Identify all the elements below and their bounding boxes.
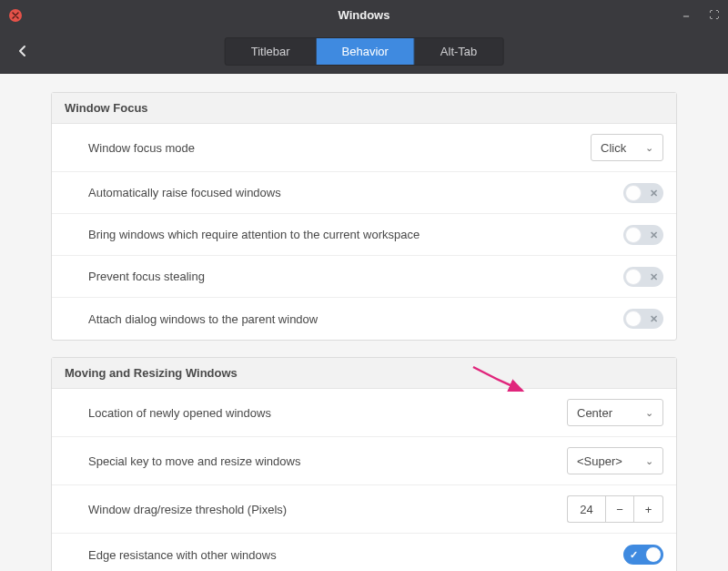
panel-moving-resizing: Moving and Resizing Windows Location of …	[51, 357, 677, 571]
window-controls: － ⛶	[680, 0, 719, 30]
row-drag-threshold: Window drag/resize threshold (Pixels) 24…	[52, 485, 676, 534]
chevron-down-icon: ⌄	[645, 142, 653, 154]
row-focus-mode: Window focus mode Click ⌄	[52, 124, 676, 172]
row-new-window-location: Location of newly opened windows Center …	[52, 389, 676, 437]
dropdown-value: <Super>	[577, 454, 622, 468]
toggle-attach-dialog[interactable]: ✕	[623, 309, 663, 329]
toggle-on-icon: ✓	[630, 549, 638, 561]
dropdown-value: Center	[577, 406, 612, 420]
row-attach-dialog: Attach dialog windows to the parent wind…	[52, 298, 676, 340]
toggle-off-icon: ✕	[650, 187, 658, 199]
stepper-drag-threshold: 24 − +	[567, 495, 663, 523]
row-edge-resistance: Edge resistance with other windows ✓	[52, 534, 676, 571]
dropdown-new-window-location[interactable]: Center ⌄	[567, 399, 663, 426]
panel-header: Window Focus	[52, 93, 676, 124]
toggle-off-icon: ✕	[650, 229, 658, 240]
row-label: Location of newly opened windows	[88, 406, 271, 420]
row-attention-workspace: Bring windows which require attention to…	[52, 214, 676, 256]
row-label: Edge resistance with other windows	[88, 548, 277, 562]
window-title: Windows	[0, 8, 728, 22]
toggle-prevent-steal[interactable]: ✕	[623, 267, 663, 287]
row-label: Prevent focus stealing	[88, 270, 205, 283]
toggle-knob	[625, 185, 642, 201]
dropdown-special-key[interactable]: <Super> ⌄	[567, 447, 663, 474]
header-bar: Titlebar Behavior Alt-Tab	[0, 30, 728, 74]
row-label: Attach dialog windows to the parent wind…	[88, 312, 318, 326]
row-prevent-steal: Prevent focus stealing ✕	[52, 256, 676, 298]
tab-behavior[interactable]: Behavior	[317, 38, 415, 65]
panel-window-focus: Window Focus Window focus mode Click ⌄ A…	[51, 92, 677, 341]
toggle-knob	[645, 546, 662, 563]
chevron-down-icon: ⌄	[645, 455, 653, 467]
stepper-value[interactable]: 24	[567, 495, 605, 523]
toggle-knob	[625, 311, 642, 327]
toggle-knob	[625, 227, 642, 243]
stepper-decrement[interactable]: −	[605, 495, 634, 523]
window-titlebar: Windows － ⛶	[0, 0, 728, 30]
dropdown-focus-mode[interactable]: Click ⌄	[591, 134, 663, 161]
row-label: Window focus mode	[88, 141, 195, 155]
back-button[interactable]	[16, 41, 29, 62]
panel-header: Moving and Resizing Windows	[52, 358, 676, 389]
toggle-edge-resistance[interactable]: ✓	[623, 545, 663, 565]
dropdown-value: Click	[601, 141, 626, 155]
toggle-off-icon: ✕	[650, 313, 658, 325]
tab-alttab[interactable]: Alt-Tab	[415, 38, 502, 65]
toggle-knob	[625, 269, 642, 285]
tab-switcher: Titlebar Behavior Alt-Tab	[225, 37, 504, 66]
chevron-down-icon: ⌄	[645, 407, 653, 419]
row-label: Automatically raise focused windows	[88, 186, 281, 199]
minimize-icon[interactable]: －	[680, 9, 693, 22]
maximize-icon[interactable]: ⛶	[709, 10, 719, 20]
toggle-off-icon: ✕	[650, 270, 658, 282]
row-label: Window drag/resize threshold (Pixels)	[88, 503, 287, 516]
row-label: Bring windows which require attention to…	[88, 228, 420, 241]
stepper-increment[interactable]: +	[634, 495, 663, 523]
toggle-attention-workspace[interactable]: ✕	[623, 225, 663, 245]
row-auto-raise: Automatically raise focused windows ✕	[52, 172, 676, 214]
toggle-auto-raise[interactable]: ✕	[623, 183, 663, 203]
tab-titlebar[interactable]: Titlebar	[226, 38, 317, 65]
row-label: Special key to move and resize windows	[88, 454, 300, 468]
close-icon[interactable]	[9, 9, 22, 22]
row-special-key: Special key to move and resize windows <…	[52, 437, 676, 485]
content-area: Window Focus Window focus mode Click ⌄ A…	[0, 74, 728, 571]
